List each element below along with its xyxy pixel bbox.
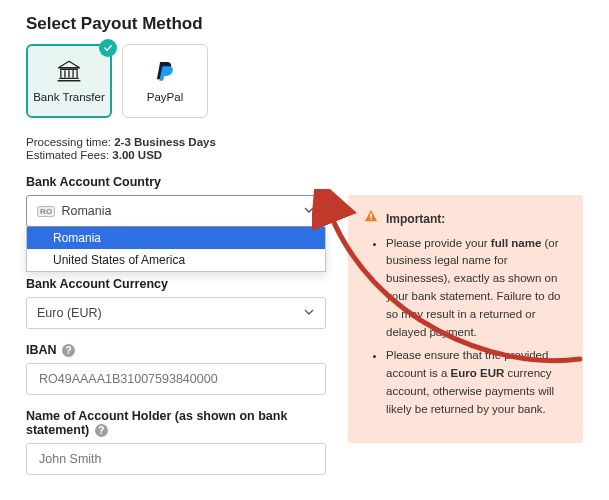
bank-icon <box>56 59 82 85</box>
holder-label: Name of Account Holder (as shown on bank… <box>26 409 326 437</box>
processing-key: Processing time: <box>26 136 111 148</box>
country-dropdown: Romania United States of America <box>26 227 326 272</box>
svg-rect-0 <box>370 213 371 217</box>
currency-select[interactable]: Euro (EUR) <box>26 297 326 329</box>
chevron-down-icon <box>303 306 315 321</box>
currency-label: Bank Account Currency <box>26 277 326 291</box>
iban-field-wrap <box>26 363 326 395</box>
meta-block: Processing time: 2-3 Business Days Estim… <box>26 136 583 161</box>
fees-key: Estimated Fees: <box>26 149 109 161</box>
method-bank-transfer[interactable]: Bank Transfer <box>26 44 112 118</box>
iban-label: IBAN ? <box>26 343 326 357</box>
fees-value: 3.00 USD <box>112 149 162 161</box>
country-label: Bank Account Country <box>26 175 583 189</box>
holder-field-wrap <box>26 443 326 475</box>
chevron-down-icon <box>303 204 315 219</box>
country-option-usa[interactable]: United States of America <box>27 249 325 271</box>
country-select[interactable]: RO Romania <box>26 195 326 227</box>
method-paypal[interactable]: PayPal <box>122 44 208 118</box>
check-icon <box>99 39 117 57</box>
payout-method-row: Bank Transfer PayPal <box>26 44 583 118</box>
flag-icon: RO <box>37 206 55 217</box>
important-alert: Important: Please provide your full name… <box>348 195 583 443</box>
method-label: PayPal <box>147 91 183 103</box>
alert-line-2: Please ensure that the provided account … <box>386 347 567 418</box>
svg-rect-1 <box>370 219 371 220</box>
country-select-value: Romania <box>61 204 111 218</box>
currency-select-value: Euro (EUR) <box>37 306 102 320</box>
holder-input[interactable] <box>37 451 315 467</box>
country-option-romania[interactable]: Romania <box>27 227 325 249</box>
country-select-wrap: RO Romania Romania United States of Amer… <box>26 195 326 227</box>
page-title: Select Payout Method <box>26 14 583 34</box>
iban-input[interactable] <box>37 371 315 387</box>
alert-title: Important: <box>386 210 445 229</box>
warning-icon <box>364 209 378 229</box>
processing-value: 2-3 Business Days <box>114 136 216 148</box>
paypal-icon <box>152 59 178 85</box>
help-icon[interactable]: ? <box>62 344 75 357</box>
help-icon[interactable]: ? <box>95 424 108 437</box>
alert-line-1: Please provide your full name (or busine… <box>386 235 567 342</box>
method-label: Bank Transfer <box>33 91 105 103</box>
